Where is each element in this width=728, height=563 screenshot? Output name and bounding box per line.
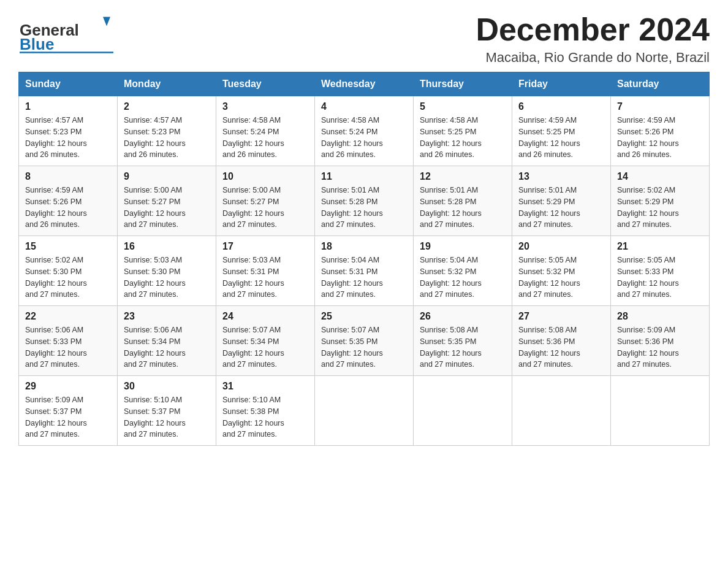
calendar-cell: 27Sunrise: 5:08 AMSunset: 5:36 PMDayligh… [512,306,611,376]
calendar-cell: 3Sunrise: 4:58 AMSunset: 5:24 PMDaylight… [216,96,315,166]
day-number: 12 [420,171,506,182]
day-info: Sunrise: 5:04 AMSunset: 5:32 PMDaylight:… [420,255,506,301]
calendar-cell: 14Sunrise: 5:02 AMSunset: 5:29 PMDayligh… [611,166,710,236]
day-number: 8 [25,171,111,182]
day-info: Sunrise: 5:02 AMSunset: 5:30 PMDaylight:… [25,255,111,301]
day-number: 9 [124,171,210,182]
logo-svg: General Blue [18,12,116,55]
calendar-cell: 21Sunrise: 5:05 AMSunset: 5:33 PMDayligh… [611,236,710,306]
calendar-cell: 10Sunrise: 5:00 AMSunset: 5:27 PMDayligh… [216,166,315,236]
day-number: 4 [321,101,407,112]
calendar-cell: 2Sunrise: 4:57 AMSunset: 5:23 PMDaylight… [118,96,216,166]
calendar-table: SundayMondayTuesdayWednesdayThursdayFrid… [18,72,710,446]
day-header-wednesday: Wednesday [315,72,414,96]
calendar-cell: 30Sunrise: 5:10 AMSunset: 5:37 PMDayligh… [118,376,216,446]
day-number: 25 [321,311,407,322]
calendar-cell: 11Sunrise: 5:01 AMSunset: 5:28 PMDayligh… [315,166,414,236]
day-header-saturday: Saturday [611,72,710,96]
calendar-cell: 17Sunrise: 5:03 AMSunset: 5:31 PMDayligh… [216,236,315,306]
calendar-cell: 31Sunrise: 5:10 AMSunset: 5:38 PMDayligh… [216,376,315,446]
day-info: Sunrise: 5:03 AMSunset: 5:31 PMDaylight:… [222,255,308,301]
day-info: Sunrise: 4:58 AMSunset: 5:25 PMDaylight:… [420,115,506,161]
day-header-monday: Monday [118,72,216,96]
calendar-cell: 6Sunrise: 4:59 AMSunset: 5:25 PMDaylight… [512,96,611,166]
day-number: 11 [321,171,407,182]
calendar-cell: 12Sunrise: 5:01 AMSunset: 5:28 PMDayligh… [414,166,512,236]
calendar-cell: 18Sunrise: 5:04 AMSunset: 5:31 PMDayligh… [315,236,414,306]
day-info: Sunrise: 5:04 AMSunset: 5:31 PMDaylight:… [321,255,407,301]
day-number: 26 [420,311,506,322]
day-info: Sunrise: 4:59 AMSunset: 5:25 PMDaylight:… [518,115,604,161]
day-info: Sunrise: 4:59 AMSunset: 5:26 PMDaylight:… [617,115,703,161]
day-number: 10 [222,171,308,182]
day-number: 20 [518,241,604,252]
day-info: Sunrise: 5:01 AMSunset: 5:28 PMDaylight:… [420,185,506,231]
calendar-cell [611,376,710,446]
day-info: Sunrise: 5:10 AMSunset: 5:37 PMDaylight:… [124,394,210,440]
day-number: 1 [25,101,111,112]
day-number: 16 [124,241,210,252]
calendar-cell: 9Sunrise: 5:00 AMSunset: 5:27 PMDaylight… [118,166,216,236]
week-row-5: 29Sunrise: 5:09 AMSunset: 5:37 PMDayligh… [19,376,710,446]
day-number: 19 [420,241,506,252]
day-number: 6 [518,101,604,112]
calendar-cell: 4Sunrise: 4:58 AMSunset: 5:24 PMDaylight… [315,96,414,166]
day-number: 28 [617,311,703,322]
month-title: December 2024 [476,12,710,47]
calendar-cell [512,376,611,446]
calendar-cell: 25Sunrise: 5:07 AMSunset: 5:35 PMDayligh… [315,306,414,376]
calendar-header-row: SundayMondayTuesdayWednesdayThursdayFrid… [19,72,710,96]
day-number: 14 [617,171,703,182]
calendar-cell: 22Sunrise: 5:06 AMSunset: 5:33 PMDayligh… [19,306,118,376]
day-number: 3 [222,101,308,112]
svg-text:Blue: Blue [20,35,54,53]
day-info: Sunrise: 4:57 AMSunset: 5:23 PMDaylight:… [124,115,210,161]
calendar-cell: 15Sunrise: 5:02 AMSunset: 5:30 PMDayligh… [19,236,118,306]
calendar-cell [414,376,512,446]
day-info: Sunrise: 5:00 AMSunset: 5:27 PMDaylight:… [222,185,308,231]
day-info: Sunrise: 5:06 AMSunset: 5:33 PMDaylight:… [25,324,111,370]
day-header-thursday: Thursday [414,72,512,96]
day-number: 7 [617,101,703,112]
day-info: Sunrise: 5:01 AMSunset: 5:29 PMDaylight:… [518,185,604,231]
day-info: Sunrise: 5:00 AMSunset: 5:27 PMDaylight:… [124,185,210,231]
calendar-cell: 24Sunrise: 5:07 AMSunset: 5:34 PMDayligh… [216,306,315,376]
day-info: Sunrise: 5:07 AMSunset: 5:35 PMDaylight:… [321,324,407,370]
calendar-cell: 5Sunrise: 4:58 AMSunset: 5:25 PMDaylight… [414,96,512,166]
day-header-tuesday: Tuesday [216,72,315,96]
calendar-cell: 16Sunrise: 5:03 AMSunset: 5:30 PMDayligh… [118,236,216,306]
day-number: 17 [222,241,308,252]
week-row-1: 1Sunrise: 4:57 AMSunset: 5:23 PMDaylight… [19,96,710,166]
day-number: 23 [124,311,210,322]
day-number: 13 [518,171,604,182]
calendar-cell [315,376,414,446]
day-info: Sunrise: 5:09 AMSunset: 5:37 PMDaylight:… [25,394,111,440]
week-row-4: 22Sunrise: 5:06 AMSunset: 5:33 PMDayligh… [19,306,710,376]
calendar-cell: 28Sunrise: 5:09 AMSunset: 5:36 PMDayligh… [611,306,710,376]
day-info: Sunrise: 5:06 AMSunset: 5:34 PMDaylight:… [124,324,210,370]
calendar-cell: 20Sunrise: 5:05 AMSunset: 5:32 PMDayligh… [512,236,611,306]
day-info: Sunrise: 5:10 AMSunset: 5:38 PMDaylight:… [222,394,308,440]
day-info: Sunrise: 5:03 AMSunset: 5:30 PMDaylight:… [124,255,210,301]
day-info: Sunrise: 5:09 AMSunset: 5:36 PMDaylight:… [617,324,703,370]
calendar-cell: 19Sunrise: 5:04 AMSunset: 5:32 PMDayligh… [414,236,512,306]
day-info: Sunrise: 5:02 AMSunset: 5:29 PMDaylight:… [617,185,703,231]
day-number: 30 [124,381,210,392]
day-number: 24 [222,311,308,322]
page-header: General Blue December 2024 Macaiba, Rio … [18,12,710,66]
day-info: Sunrise: 4:58 AMSunset: 5:24 PMDaylight:… [222,115,308,161]
day-number: 27 [518,311,604,322]
day-info: Sunrise: 5:08 AMSunset: 5:35 PMDaylight:… [420,324,506,370]
day-info: Sunrise: 5:01 AMSunset: 5:28 PMDaylight:… [321,185,407,231]
day-info: Sunrise: 5:05 AMSunset: 5:33 PMDaylight:… [617,255,703,301]
day-info: Sunrise: 4:58 AMSunset: 5:24 PMDaylight:… [321,115,407,161]
week-row-3: 15Sunrise: 5:02 AMSunset: 5:30 PMDayligh… [19,236,710,306]
title-area: December 2024 Macaiba, Rio Grande do Nor… [476,12,710,66]
day-number: 15 [25,241,111,252]
calendar-cell: 1Sunrise: 4:57 AMSunset: 5:23 PMDaylight… [19,96,118,166]
calendar-cell: 26Sunrise: 5:08 AMSunset: 5:35 PMDayligh… [414,306,512,376]
day-number: 31 [222,381,308,392]
day-number: 21 [617,241,703,252]
day-number: 2 [124,101,210,112]
calendar-cell: 8Sunrise: 4:59 AMSunset: 5:26 PMDaylight… [19,166,118,236]
